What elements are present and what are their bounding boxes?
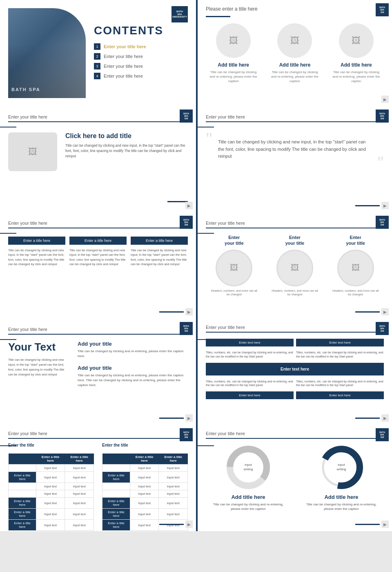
th-col2[interactable]: Enter a title here	[159, 454, 188, 465]
table-row: Input text Input text	[9, 483, 94, 490]
table-row: Enter a title here Input text Input text	[102, 472, 188, 483]
table-layout: Enter text here Enter text here Titles, …	[206, 339, 384, 399]
row-header[interactable]: Enter a title here	[9, 509, 36, 520]
circle-title-2[interactable]: Enteryour title	[285, 235, 304, 246]
contents-item-3[interactable]: 3 Enter your title here	[94, 63, 188, 69]
cell-val: Input text	[65, 520, 94, 531]
slide6-accent	[355, 311, 380, 313]
image-title-3[interactable]: Add title here	[341, 62, 372, 68]
table-text-2: Titles, numbers, etc. can be changed by …	[296, 349, 384, 360]
col-card-2: Enter a title here Title can be changed …	[69, 237, 127, 266]
corner-nav-3[interactable]: ▶	[185, 202, 193, 209]
your-text-heading[interactable]: Your Text	[8, 341, 69, 353]
enter-text-btn-2[interactable]: Enter text here	[296, 339, 384, 346]
col-header-1[interactable]: Enter a title here	[8, 237, 65, 245]
corner-nav-4[interactable]: ▶	[381, 202, 389, 209]
cell-val: Input text	[130, 465, 159, 472]
table-row: Input text Input text	[9, 465, 94, 472]
circles-row: Enteryour title 🖼 Headers, numbers, and …	[206, 235, 384, 297]
contents-area: BATHSPAUNIVERSITY CONTENTS 1 Enter your …	[94, 24, 188, 83]
circle-image-2: 🖼	[276, 250, 313, 286]
cell-val: Input text	[65, 483, 94, 490]
cell-val: Input text	[36, 498, 65, 509]
cell-val: Input text	[130, 490, 159, 498]
slide-contents: BATH SPA BATHSPAUNIVERSITY CONTENTS 1 En…	[0, 0, 196, 106]
slide-quote: BATHSPAUNI Enter your title here " Title…	[196, 106, 392, 212]
big-text-body: Title can be changed by clicking and new…	[8, 358, 69, 377]
circle-title-3[interactable]: Enteryour title	[346, 235, 365, 246]
col-text-2: Title can be changed by clicking and new…	[69, 248, 127, 266]
row-header[interactable]: Enter a title here	[9, 472, 36, 483]
circle-title-1[interactable]: Enteryour title	[225, 235, 243, 246]
row-label	[9, 465, 36, 472]
slide3-click-title[interactable]: Click here to add title	[65, 132, 188, 140]
cell-val: Input text	[65, 490, 94, 498]
th-col2[interactable]: Enter a title here	[65, 454, 94, 465]
contents-num-4: 4	[94, 73, 100, 79]
table-row: Enter a title here Input text Input text	[102, 498, 188, 509]
contents-item-2[interactable]: 2 Enter your title here	[94, 53, 188, 60]
th-col1[interactable]: Enter a title here	[36, 454, 65, 465]
add-title-2[interactable]: Add your title	[78, 365, 188, 371]
row-header[interactable]: Enter a title here	[102, 520, 130, 531]
corner-nav-7[interactable]: ▶	[185, 414, 193, 422]
slide-pie-charts: BATHSPAUNI Enter your title here input w…	[196, 425, 392, 531]
bath-spa-logo-7: BATHSPAUNI	[180, 322, 193, 335]
big-text-left: Your Text Title can be changed by clicki…	[8, 341, 69, 394]
col-header-2[interactable]: Enter a title here	[69, 237, 127, 245]
image-title-2[interactable]: Add title here	[279, 62, 311, 68]
quote-text: Title can be changed by clicking and new…	[218, 139, 372, 160]
image-item-3: 🖼 Add title here Title can be changed by…	[332, 23, 381, 84]
row-label	[9, 490, 36, 498]
image-title-1[interactable]: Add title here	[218, 62, 249, 68]
cell-val: Input text	[159, 465, 188, 472]
row-header[interactable]: Enter a title here	[102, 509, 130, 520]
table-row: Enter a title here Input text Input text	[9, 520, 94, 531]
enter-text-btn-1[interactable]: Enter text here	[206, 339, 294, 346]
circle-image-3: 🖼	[337, 250, 374, 286]
cell-val: Input text	[36, 483, 65, 490]
circle-icon-2: 🖼	[291, 263, 299, 273]
row-label	[9, 483, 36, 490]
corner-nav-5[interactable]: ▶	[185, 308, 193, 315]
add-title-1[interactable]: Add your title	[78, 341, 188, 347]
slide-circles: BATHSPAUNI Enter your title here Enteryo…	[196, 212, 392, 319]
pie-title-1[interactable]: Add title here	[231, 494, 265, 500]
slide2-title: Please enter a title here	[206, 6, 384, 12]
corner-nav-9[interactable]: ▶	[185, 521, 193, 528]
corner-nav-10[interactable]: ▶	[381, 521, 389, 528]
enter-text-center[interactable]: Enter text here	[206, 363, 384, 375]
pie-title-2[interactable]: Add title here	[324, 494, 358, 500]
enter-text-btn-3[interactable]: Enter text here	[206, 391, 294, 399]
corner-nav-6[interactable]: ▶	[381, 308, 389, 315]
bath-spa-logo-2: BATHSPAUNI	[376, 3, 389, 16]
table-row: Enter a title here Input text Input text	[9, 472, 94, 483]
th-col1[interactable]: Enter a title here	[130, 454, 159, 465]
three-images-row: 🖼 Add title here Title can be changed by…	[206, 23, 384, 84]
row-header[interactable]: Enter a title here	[9, 520, 36, 531]
col-text-3: Title can be changed by clicking and new…	[131, 248, 188, 266]
cell-val: Input text	[36, 472, 65, 483]
table-1: Enter a title here Enter a title here In…	[8, 454, 94, 531]
row-header[interactable]: Enter a title here	[102, 472, 130, 483]
enter-text-btn-4[interactable]: Enter text here	[296, 391, 384, 399]
circle-item-3: Enteryour title 🖼 Headers, numbers, and …	[331, 235, 380, 297]
corner-nav-2[interactable]: ▶	[381, 96, 389, 103]
contents-item-4[interactable]: 4 Enter your title here	[94, 73, 188, 79]
bath-spa-logo-8: BATHSPAUNI	[376, 322, 389, 335]
slide9-header: Enter your title here	[8, 431, 188, 439]
cell-val: Input text	[130, 498, 159, 509]
col-header-3[interactable]: Enter a title here	[131, 237, 188, 245]
contents-num-1: 1	[94, 43, 100, 50]
bottom-accent	[167, 201, 188, 202]
row-header[interactable]: Enter a title here	[102, 498, 130, 509]
slide-table-buttons: BATHSPAUNI Enter your title here Enter t…	[196, 319, 392, 425]
contents-text-2: Enter your title here	[104, 54, 143, 59]
cell-val: Input text	[65, 509, 94, 520]
image-icon-3: 🖼	[352, 36, 361, 46]
row-header[interactable]: Enter a title here	[9, 498, 36, 509]
slide-three-images: BATHSPAUNI Please enter a title here 🖼 A…	[196, 0, 392, 106]
slide3-body: Title can be changed by clicking and new…	[65, 143, 188, 159]
contents-item-1[interactable]: 1 Enter your title here	[94, 43, 188, 50]
corner-nav-8[interactable]: ▶	[381, 414, 389, 422]
